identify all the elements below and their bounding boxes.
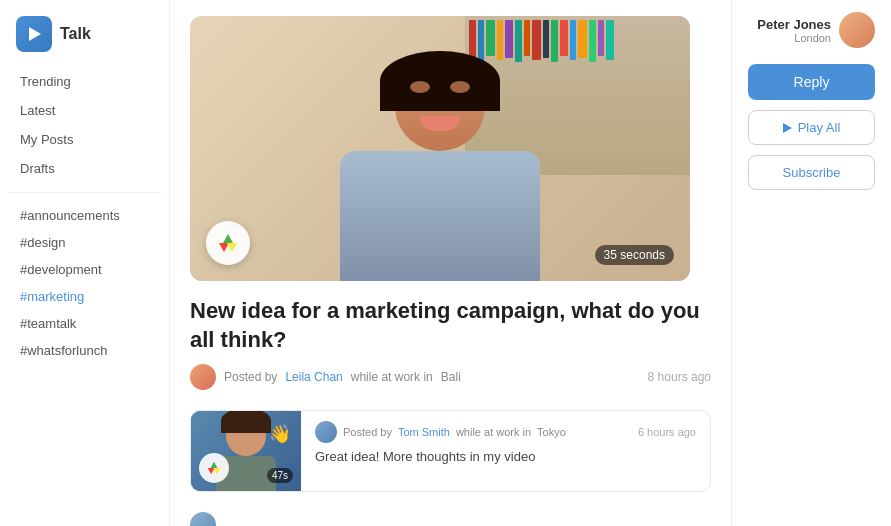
user-avatar (839, 12, 875, 48)
sidebar-tag-whatsforlunch[interactable]: #whatsforlunch (8, 338, 161, 363)
right-panel: Peter Jones London Reply Play All Subscr… (731, 0, 891, 526)
waving-hand-icon: 👋 (269, 423, 291, 445)
logo-play-icon (29, 27, 41, 41)
sidebar-tag-design[interactable]: #design (8, 230, 161, 255)
logo-icon (16, 16, 52, 52)
sidebar-item-trending[interactable]: Trending (8, 68, 161, 95)
person-hair (380, 51, 500, 111)
reply-video-thumbnail[interactable]: 👋 47s (191, 411, 301, 491)
more-replies-hint (190, 504, 711, 526)
user-location: London (757, 32, 831, 44)
person-head (395, 61, 485, 151)
video-duration: 35 seconds (595, 245, 674, 265)
person-figure (265, 29, 615, 281)
reply-text: Great idea! More thoughts in my video (315, 449, 696, 464)
post-author-avatar (190, 364, 216, 390)
main-video[interactable]: 35 seconds (190, 16, 690, 281)
reply-location: Tokyo (537, 426, 566, 438)
logo-text: Talk (60, 25, 91, 43)
reply-hair (221, 410, 271, 433)
sidebar-tag-announcements[interactable]: #announcements (8, 203, 161, 228)
reply-play-icon (208, 462, 221, 475)
subscribe-button[interactable]: Subscribe (748, 155, 875, 190)
post-author-name: Leila Chan (285, 370, 342, 384)
reply-face (226, 416, 266, 456)
main-content: 35 seconds New idea for a marketing camp… (170, 0, 731, 526)
sidebar-item-latest[interactable]: Latest (8, 97, 161, 124)
post-meta: Posted by Leila Chan while at work in Ba… (190, 364, 711, 390)
more-avatar (190, 512, 216, 526)
sidebar: Talk Trending Latest My Posts Drafts #an… (0, 0, 170, 526)
reply-author-avatar (315, 421, 337, 443)
sidebar-tag-development[interactable]: #development (8, 257, 161, 282)
post-time: 8 hours ago (648, 370, 711, 384)
user-name: Peter Jones (757, 17, 831, 32)
reply-time: 6 hours ago (638, 426, 696, 438)
reply-play-button[interactable] (199, 453, 229, 483)
logo: Talk (0, 12, 169, 68)
sidebar-divider (8, 192, 161, 193)
play-tri-bottom-right (227, 243, 237, 252)
sidebar-item-my-posts[interactable]: My Posts (8, 126, 161, 153)
reply-button[interactable]: Reply (748, 64, 875, 100)
main-play-button[interactable] (206, 221, 250, 265)
colorful-play-icon (219, 234, 237, 252)
reply-by-label: Posted by (343, 426, 392, 438)
reply-content: Posted by Tom Smith while at work in Tok… (301, 411, 710, 491)
reply-while-label: while at work in (456, 426, 531, 438)
person-smile (420, 116, 460, 131)
sidebar-tag-teamtalk[interactable]: #teamtalk (8, 311, 161, 336)
person-body (340, 151, 540, 281)
user-details: Peter Jones London (757, 17, 831, 44)
reply-play-tri-br (213, 468, 220, 474)
user-info: Peter Jones London (748, 12, 875, 48)
play-all-label: Play All (798, 120, 841, 135)
person-cheek-left (410, 81, 430, 93)
sidebar-item-drafts[interactable]: Drafts (8, 155, 161, 182)
play-all-triangle-icon (783, 123, 792, 133)
post-while-label: while at work in (351, 370, 433, 384)
sidebar-tag-marketing[interactable]: #marketing (8, 284, 161, 309)
reply-meta: Posted by Tom Smith while at work in Tok… (315, 421, 696, 443)
post-by-label: Posted by (224, 370, 277, 384)
sidebar-nav: Trending Latest My Posts Drafts (0, 68, 169, 182)
person-cheek-right (450, 81, 470, 93)
reply-person (216, 416, 276, 491)
reply-video-duration: 47s (267, 468, 293, 483)
play-tri-top (223, 234, 233, 243)
post-title: New idea for a marketing campaign, what … (190, 297, 711, 354)
post-location: Bali (441, 370, 461, 384)
play-all-button[interactable]: Play All (748, 110, 875, 145)
reply-card: 👋 47s Posted by Tom Smith while at work … (190, 410, 711, 492)
reply-author-name: Tom Smith (398, 426, 450, 438)
sidebar-tags: #announcements #design #development #mar… (0, 203, 169, 363)
